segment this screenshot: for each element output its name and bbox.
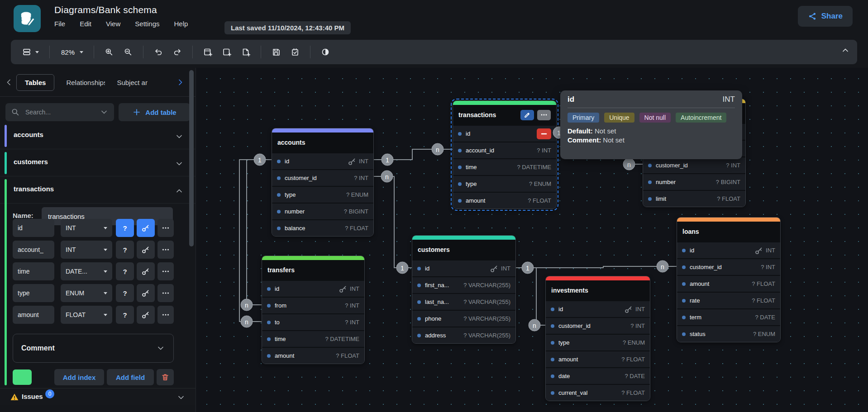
tab-relationships[interactable]: Relationships (66, 79, 105, 86)
table-field-row[interactable]: idINT (262, 280, 364, 297)
field-connection-dot[interactable] (267, 304, 271, 308)
table-field-row[interactable]: date? DATE (546, 367, 650, 384)
field-connection-dot[interactable] (682, 299, 686, 303)
table-field-row[interactable]: idINT (677, 242, 780, 258)
app-logo-icon[interactable] (14, 5, 41, 32)
field-type-select[interactable]: ENUM (61, 284, 112, 302)
field-connection-dot[interactable] (458, 132, 462, 136)
search-box[interactable] (5, 103, 114, 121)
field-connection-dot[interactable] (417, 300, 421, 304)
field-connection-dot[interactable] (417, 267, 421, 270)
field-connection-dot[interactable] (417, 334, 421, 337)
field-connection-dot[interactable] (551, 308, 554, 311)
table-field-row[interactable]: customer_id? INT (546, 317, 650, 334)
field-connection-dot[interactable] (277, 176, 281, 180)
add-note-button[interactable] (238, 45, 253, 59)
redo-button[interactable] (170, 45, 185, 59)
zoom-level-select[interactable]: 82% (57, 46, 86, 58)
table-field-row[interactable]: balance? FLOAT (272, 219, 373, 236)
field-type-select[interactable]: DATE... (61, 262, 112, 280)
delete-field-button[interactable] (537, 128, 551, 139)
field-type-select[interactable]: FLOAT (61, 306, 112, 324)
document-title[interactable]: Diagrams/Bank schema (54, 5, 157, 15)
field-connection-dot[interactable] (458, 182, 462, 186)
table-field-row[interactable]: amount? FLOAT (677, 275, 780, 292)
field-primary-key-toggle[interactable] (137, 306, 155, 324)
table-field-row[interactable]: limit? FLOAT (643, 190, 745, 207)
sidebar-scrollbar[interactable] (189, 70, 194, 246)
collapse-toolbar-button[interactable] (841, 46, 850, 55)
field-connection-dot[interactable] (458, 199, 462, 203)
field-name-input[interactable]: amount (13, 306, 54, 324)
field-more-options-button[interactable] (157, 219, 174, 237)
add-table-button[interactable] (200, 45, 215, 59)
save-as-button[interactable] (287, 45, 303, 59)
tab-subject-ar[interactable]: Subject ar (117, 79, 148, 86)
table-field-row[interactable]: type? ENUM (272, 186, 373, 203)
field-connection-dot[interactable] (551, 341, 554, 345)
table-field-row[interactable]: time? DATETIME (262, 330, 364, 347)
table-field-row[interactable]: type? ENUM (546, 334, 650, 350)
tabs-scroll-right-icon[interactable] (176, 78, 185, 87)
field-more-options-button[interactable] (157, 306, 174, 324)
table-field-row[interactable]: rate? FLOAT (677, 292, 780, 308)
table-field-row[interactable]: customer_id? INT (272, 169, 373, 186)
field-connection-dot[interactable] (682, 265, 686, 269)
field-primary-key-toggle[interactable] (137, 262, 155, 280)
field-connection-dot[interactable] (277, 193, 281, 197)
table-field-row[interactable]: current_val? FLOAT (546, 384, 650, 401)
field-connection-dot[interactable] (277, 227, 281, 230)
chevron-down-icon[interactable] (175, 132, 184, 141)
menu-file[interactable]: File (54, 20, 65, 28)
delete-table-button[interactable] (157, 369, 174, 385)
table-field-row[interactable]: address? VARCHAR(255) (412, 327, 515, 343)
field-connection-dot[interactable] (682, 249, 686, 252)
field-connection-dot[interactable] (267, 337, 271, 341)
field-name-input[interactable]: time (13, 262, 54, 280)
menu-help[interactable]: Help (174, 20, 188, 28)
undo-button[interactable] (151, 45, 166, 59)
field-more-options-button[interactable] (157, 284, 174, 302)
zoom-in-button[interactable] (101, 45, 117, 59)
field-name-input[interactable]: type (13, 284, 54, 302)
field-connection-dot[interactable] (551, 374, 554, 378)
table-field-row[interactable]: term? DATE (677, 308, 780, 325)
theme-button[interactable] (318, 45, 333, 59)
tab-tables[interactable]: Tables (16, 74, 54, 91)
table-field-row[interactable]: last_na...? VARCHAR(255) (412, 293, 515, 310)
diagram-canvas[interactable]: 1n1n1nn1nn1n accountsidINTcustomer_id? I… (196, 68, 868, 412)
field-connection-dot[interactable] (267, 321, 271, 324)
diagram-table-accounts[interactable]: accountsidINTcustomer_id? INTtype? ENUMn… (272, 128, 374, 237)
tabs-scroll-left-icon[interactable] (5, 78, 14, 87)
share-button[interactable]: Share (798, 6, 853, 27)
table-field-row[interactable]: amount? FLOAT (546, 350, 650, 367)
table-field-row[interactable]: idINT (412, 260, 515, 276)
add-area-button[interactable] (219, 45, 234, 59)
field-primary-key-toggle[interactable] (137, 219, 155, 237)
field-connection-dot[interactable] (277, 210, 281, 213)
sidebar-table-accounts[interactable]: accounts (0, 123, 196, 149)
table-field-row[interactable]: number? BIGINT (272, 203, 373, 219)
menu-settings[interactable]: Settings (135, 20, 159, 28)
table-field-row[interactable]: idINT (272, 152, 373, 169)
field-connection-dot[interactable] (458, 149, 462, 152)
menu-edit[interactable]: Edit (80, 20, 91, 28)
table-field-row[interactable]: phone? VARCHAR(255) (412, 310, 515, 327)
add-table-button[interactable]: Add table (119, 103, 190, 121)
table-field-row[interactable]: number? BIGINT (643, 173, 745, 190)
menu-view[interactable]: View (106, 20, 120, 28)
table-field-row[interactable]: time? DATETIME (453, 158, 556, 175)
field-connection-dot[interactable] (551, 324, 554, 328)
save-button[interactable] (268, 45, 284, 59)
field-nullable-toggle[interactable]: ? (116, 219, 134, 237)
field-nullable-toggle[interactable]: ? (116, 306, 134, 324)
field-connection-dot[interactable] (648, 197, 652, 201)
chevron-up-icon[interactable] (175, 186, 184, 195)
edit-table-button[interactable] (520, 110, 534, 120)
field-primary-key-toggle[interactable] (137, 241, 155, 259)
table-more-button[interactable] (537, 110, 551, 120)
field-type-select[interactable]: INT (61, 219, 112, 237)
diagram-table-customers[interactable]: customersidINTfirst_na...? VARCHAR(255)l… (412, 235, 516, 344)
add-index-button[interactable]: Add index (54, 369, 104, 385)
add-field-button[interactable]: Add field (107, 369, 154, 385)
